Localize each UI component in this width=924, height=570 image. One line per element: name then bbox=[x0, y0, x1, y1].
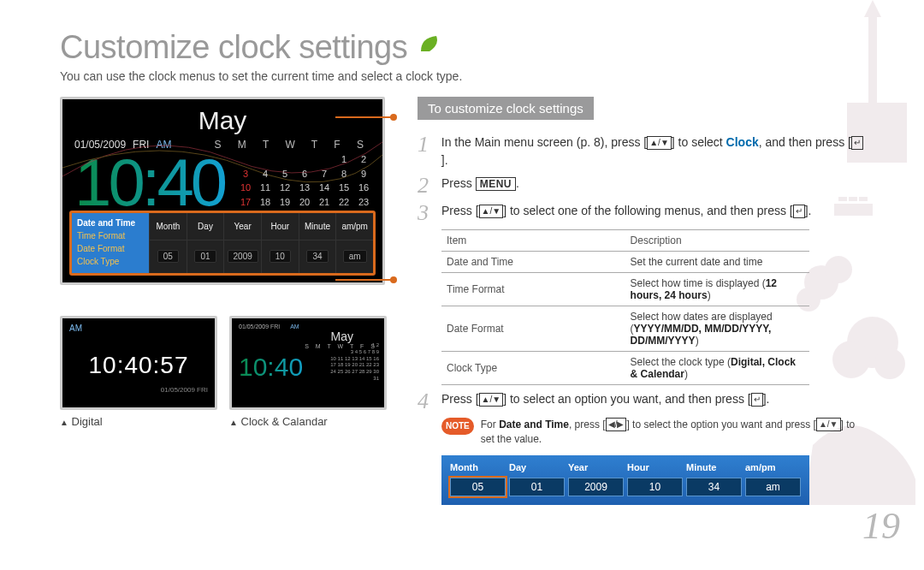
screenshot-settings-panel: Date and TimeTime FormatDate FormatClock… bbox=[69, 211, 376, 276]
note-badge: NOTE bbox=[441, 418, 474, 435]
enter-icon: ↵ bbox=[793, 205, 805, 218]
menu-table: ItemDescription Date and TimeSet the cur… bbox=[441, 229, 809, 385]
caption-clock-calendar: ▲ Clock & Calandar bbox=[229, 415, 387, 428]
page-title: Customize clock settings bbox=[60, 24, 864, 66]
menu-key: MENU bbox=[476, 177, 516, 191]
enter-icon: ↵ bbox=[851, 136, 863, 150]
page-number: 19 bbox=[862, 504, 900, 548]
page-subtitle: You can use the clock menus to set the c… bbox=[60, 69, 864, 83]
up-down-icon: ▲/▼ bbox=[479, 393, 504, 407]
enter-icon: ↵ bbox=[751, 393, 763, 407]
screenshot-main: May 01/05/2009 FRI AM S M T W T F S 10:4… bbox=[60, 97, 385, 285]
screenshot-month: May bbox=[74, 106, 370, 135]
section-banner: To customize clock settings bbox=[418, 97, 594, 120]
date-time-strip: MonthDayYearHourMinuteam/pm050120091034a… bbox=[441, 455, 809, 505]
up-down-icon: ▲/▼ bbox=[816, 418, 841, 431]
step-3: 3 Press [▲/▼] to select one of the follo… bbox=[418, 202, 864, 224]
left-right-icon: ◀/▶ bbox=[606, 418, 627, 431]
screenshot-clock-calendar: 01/05/2009 FRI AM May S M T W T F S 10:4… bbox=[229, 316, 387, 410]
step-1: 1 In the Main menu screen (p. 8), press … bbox=[418, 134, 864, 169]
step-2: 2 Press MENU. bbox=[418, 175, 864, 197]
caption-digital: ▲ Digital bbox=[60, 415, 217, 428]
screenshot-calendar: 1234567891011121314151617181920212223 bbox=[225, 152, 370, 209]
step-4: 4 Press [▲/▼] to select an option you wa… bbox=[418, 390, 864, 413]
callout-line bbox=[335, 116, 392, 118]
up-down-icon: ▲/▼ bbox=[479, 205, 504, 218]
screenshot-dow-header: S M T W T F S bbox=[215, 139, 370, 151]
callout-line-2 bbox=[335, 279, 392, 281]
screenshot-digital: AM 10:40:57 01/05/2009 FRI bbox=[60, 316, 217, 410]
note-block: NOTE For Date and Time, press [◀/▶] to s… bbox=[441, 418, 864, 447]
up-down-icon: ▲/▼ bbox=[647, 136, 672, 150]
leaf-icon bbox=[419, 24, 441, 61]
